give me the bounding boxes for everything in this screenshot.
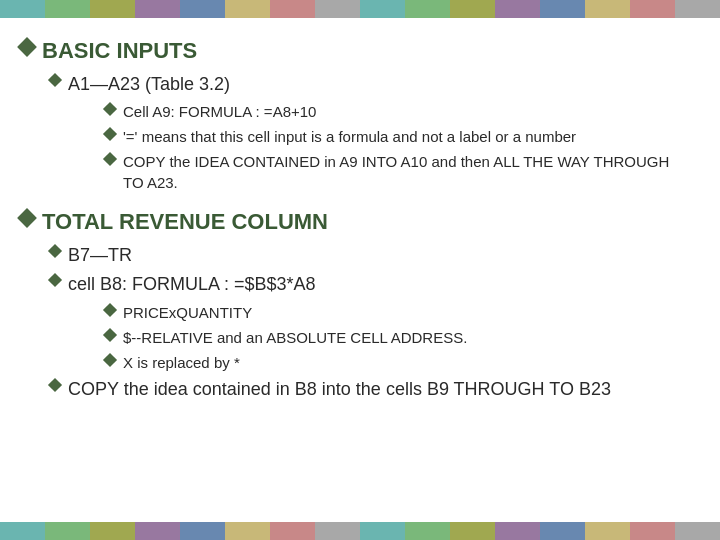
bot-seg-2 [45,522,90,540]
diamond-icon-xr [103,352,117,366]
bottom-decorative-bar [0,522,720,540]
total-revenue-header: TOTAL REVENUE COLUMN [20,209,690,235]
bot-seg-11 [450,522,495,540]
b7-tr-label: B7—TR [68,243,132,268]
copy-idea-item: COPY the IDEA CONTAINED in A9 INTO A10 a… [105,151,690,193]
copy-b8-item: COPY the idea contained in B8 into the c… [50,377,690,402]
a9-formula-item: Cell A9: FORMULA : =A8+10 '=' means that… [105,101,690,193]
copy-idea-text: COPY the IDEA CONTAINED in A9 INTO A10 a… [123,151,690,193]
top-decorative-bar [0,0,720,18]
bot-seg-6 [225,522,270,540]
total-revenue-section: TOTAL REVENUE COLUMN B7—TR cell B8: FORM… [20,209,690,402]
diamond-icon-copy [103,152,117,166]
diamond-icon-a9 [103,102,117,116]
bot-seg-15 [630,522,675,540]
bot-seg-16 [675,522,720,540]
basic-inputs-section: BASIC INPUTS A1—A23 (Table 3.2) Cell A9:… [20,38,690,193]
bar-seg-4 [135,0,180,18]
bar-seg-2 [45,0,90,18]
a9-formula-text: Cell A9: FORMULA : =A8+10 [123,101,316,122]
bar-seg-13 [540,0,585,18]
bar-seg-9 [360,0,405,18]
bar-seg-16 [675,0,720,18]
bot-seg-3 [90,522,135,540]
relative-absolute-item: $--RELATIVE and an ABSOLUTE CELL ADDRESS… [105,327,690,348]
bot-seg-14 [585,522,630,540]
equals-means-text: '=' means that this cell input is a form… [123,126,576,147]
copy-b8-label: COPY the idea contained in B8 into the c… [68,377,611,402]
relative-absolute-text: $--RELATIVE and an ABSOLUTE CELL ADDRESS… [123,327,467,348]
bot-seg-12 [495,522,540,540]
price-quantity-text: PRICExQUANTITY [123,302,252,323]
basic-inputs-title: BASIC INPUTS [42,38,197,64]
b8-formula-label: cell B8: FORMULA : =$B$3*A8 [68,272,316,297]
diamond-icon-basic [17,37,37,57]
bar-seg-14 [585,0,630,18]
bot-seg-9 [360,522,405,540]
diamond-icon-tr [17,208,37,228]
bot-seg-13 [540,522,585,540]
diamond-icon-a1 [48,73,62,87]
diamond-icon-copy-b8 [48,377,62,391]
b7-tr-item: B7—TR cell B8: FORMULA : =$B$3*A8 PRICEx… [50,243,690,402]
bot-seg-10 [405,522,450,540]
price-quantity-item: PRICExQUANTITY [105,302,690,323]
bot-seg-1 [0,522,45,540]
a9-formula-list-item: Cell A9: FORMULA : =A8+10 [105,101,690,122]
bar-seg-1 [0,0,45,18]
bar-seg-15 [630,0,675,18]
total-revenue-title: TOTAL REVENUE COLUMN [42,209,328,235]
bot-seg-8 [315,522,360,540]
a1-a23-list-item: A1—A23 (Table 3.2) [50,72,690,97]
bar-seg-7 [270,0,315,18]
diamond-icon-pq [103,302,117,316]
a1-a23-label: A1—A23 (Table 3.2) [68,72,230,97]
bar-seg-3 [90,0,135,18]
bar-seg-10 [405,0,450,18]
basic-inputs-header: BASIC INPUTS [20,38,690,64]
bar-seg-6 [225,0,270,18]
diamond-icon-b7 [48,244,62,258]
diamond-icon-ra [103,327,117,341]
bar-seg-11 [450,0,495,18]
diamond-icon-equals [103,127,117,141]
diamond-icon-b8 [48,273,62,287]
b8-formula-item: cell B8: FORMULA : =$B$3*A8 [50,272,690,297]
equals-means-item: '=' means that this cell input is a form… [105,126,690,147]
x-replaced-text: X is replaced by * [123,352,240,373]
a1-a23-item: A1—A23 (Table 3.2) Cell A9: FORMULA : =A… [50,72,690,193]
bot-seg-4 [135,522,180,540]
bot-seg-7 [270,522,315,540]
b8-children: PRICExQUANTITY $--RELATIVE and an ABSOLU… [105,302,690,373]
x-replaced-item: X is replaced by * [105,352,690,373]
bar-seg-5 [180,0,225,18]
b7-tr-list-item: B7—TR [50,243,690,268]
bar-seg-8 [315,0,360,18]
bot-seg-5 [180,522,225,540]
main-content: BASIC INPUTS A1—A23 (Table 3.2) Cell A9:… [0,18,720,522]
bar-seg-12 [495,0,540,18]
